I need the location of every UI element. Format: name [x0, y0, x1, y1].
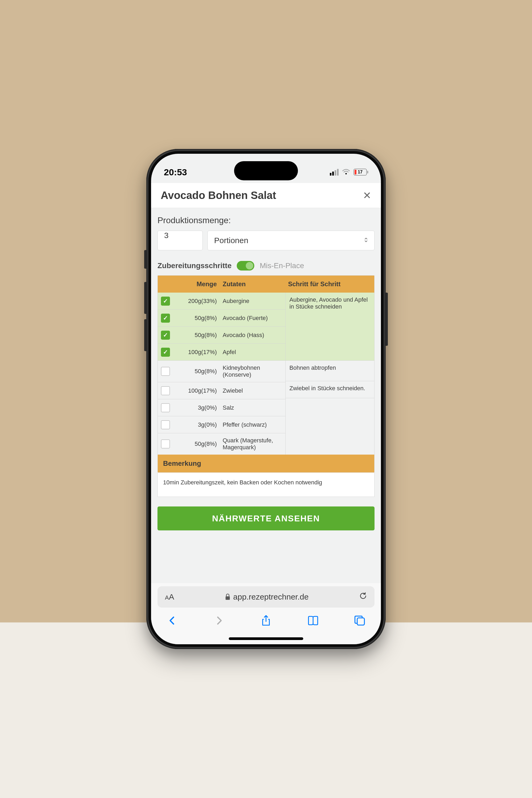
ingredient-amount: 50g(8%)	[174, 332, 222, 339]
cellular-signal-icon	[330, 169, 339, 175]
chevron-updown-icon	[364, 237, 368, 244]
ingredient-checkbox[interactable]	[161, 420, 170, 429]
ingredient-amount: 100g(17%)	[174, 387, 222, 394]
ingredient-name: Avocado (Fuerte)	[222, 315, 285, 322]
ingredient-name: Zwiebel	[222, 387, 285, 394]
step-instruction: Bohnen abtropfen	[286, 361, 374, 381]
production-label: Produktionsmenge:	[157, 215, 375, 225]
check-icon: ✓	[163, 298, 168, 305]
ingredient-checkbox[interactable]	[161, 386, 170, 395]
column-header-amount: Menge	[174, 280, 222, 288]
share-button[interactable]	[259, 614, 273, 627]
unit-select-value: Portionen	[214, 236, 248, 245]
ingredient-amount: 3g(0%)	[174, 421, 222, 428]
check-icon: ✓	[163, 349, 168, 356]
dynamic-island	[234, 161, 298, 180]
back-button[interactable]	[166, 614, 179, 627]
tabs-button[interactable]	[353, 614, 366, 627]
preparation-steps-label: Zubereitungsschritte	[157, 262, 231, 270]
step-instruction: Aubergine, Avocado und Apfel in Stücke s…	[286, 292, 374, 361]
ingredient-amount: 100g(17%)	[174, 349, 222, 356]
ingredient-row: ✓ 200g(33%) Aubergine	[158, 292, 285, 310]
lock-icon	[225, 593, 231, 600]
ingredient-checkbox[interactable]	[161, 367, 170, 376]
reload-button[interactable]	[359, 592, 367, 602]
view-nutrition-button[interactable]: NÄHRWERTE ANSEHEN	[157, 507, 375, 530]
ingredient-amount: 50g(8%)	[174, 315, 222, 322]
ingredient-amount: 200g(33%)	[174, 298, 222, 305]
ingredient-name: Apfel	[222, 349, 285, 356]
ingredient-row: 100g(17%) Zwiebel	[158, 382, 285, 399]
column-header-steps: Schritt für Schritt	[285, 280, 374, 288]
battery-icon: 17	[354, 169, 368, 175]
status-time: 20:53	[164, 167, 187, 177]
unit-select[interactable]: Portionen	[208, 231, 375, 250]
step-instruction-empty	[286, 398, 374, 453]
check-icon: ✓	[163, 332, 168, 339]
forward-button[interactable]	[212, 614, 226, 627]
svg-rect-0	[226, 596, 230, 600]
ingredient-name: Quark (Magerstufe, Magerquark)	[222, 437, 285, 451]
svg-rect-1	[357, 618, 364, 625]
safari-url-bar[interactable]: AA app.rezeptrechner.de	[157, 586, 375, 608]
home-indicator[interactable]	[229, 637, 303, 640]
text-settings-button[interactable]: AA	[165, 592, 174, 602]
mise-en-place-toggle[interactable]	[237, 261, 254, 270]
ingredient-row: 3g(0%) Salz	[158, 399, 285, 416]
quantity-input[interactable]: 3	[157, 231, 203, 250]
close-button[interactable]: ✕	[363, 190, 371, 201]
column-header-ingredients: Zutaten	[222, 280, 285, 288]
bookmarks-button[interactable]	[306, 614, 320, 627]
remark-text: 10min Zubereitungszeit, kein Backen oder…	[157, 473, 375, 497]
ingredient-name: Pfeffer (schwarz)	[222, 421, 285, 428]
page-title: Avocado Bohnen Salat	[161, 189, 276, 201]
remark-header: Bemerkung	[158, 455, 374, 472]
ingredient-checkbox[interactable]: ✓	[161, 331, 170, 340]
ingredient-row: ✓ 100g(17%) Apfel	[158, 344, 285, 361]
ingredient-amount: 50g(8%)	[174, 440, 222, 448]
ingredient-amount: 3g(0%)	[174, 404, 222, 411]
wifi-icon	[342, 167, 350, 177]
mise-en-place-label: Mis-En-Place	[260, 262, 304, 270]
ingredient-checkbox[interactable]: ✓	[161, 297, 170, 306]
ingredient-checkbox[interactable]	[161, 403, 170, 412]
ingredient-name: Aubergine	[222, 298, 285, 305]
check-icon: ✓	[163, 315, 168, 322]
ingredient-amount: 50g(8%)	[174, 368, 222, 375]
ingredient-checkbox[interactable]: ✓	[161, 348, 170, 357]
ingredient-name: Salz	[222, 404, 285, 411]
ingredient-checkbox[interactable]: ✓	[161, 314, 170, 323]
ingredient-row: 50g(8%) Kidneybohnen (Konserve)	[158, 361, 285, 382]
ingredient-name: Avocado (Hass)	[222, 332, 285, 339]
ingredient-row: ✓ 50g(8%) Avocado (Fuerte)	[158, 310, 285, 327]
ingredient-row: ✓ 50g(8%) Avocado (Hass)	[158, 327, 285, 344]
recipe-table: Menge Zutaten Schritt für Schritt ✓ 200g…	[157, 275, 375, 473]
ingredient-checkbox[interactable]	[161, 439, 170, 449]
ingredient-row: 50g(8%) Quark (Magerstufe, Magerquark)	[158, 433, 285, 455]
ingredient-name: Kidneybohnen (Konserve)	[222, 364, 285, 378]
ingredient-row: 3g(0%) Pfeffer (schwarz)	[158, 416, 285, 433]
url-text: app.rezeptrechner.de	[233, 592, 309, 602]
step-instruction: Zwiebel in Stücke schneiden.	[286, 381, 374, 398]
